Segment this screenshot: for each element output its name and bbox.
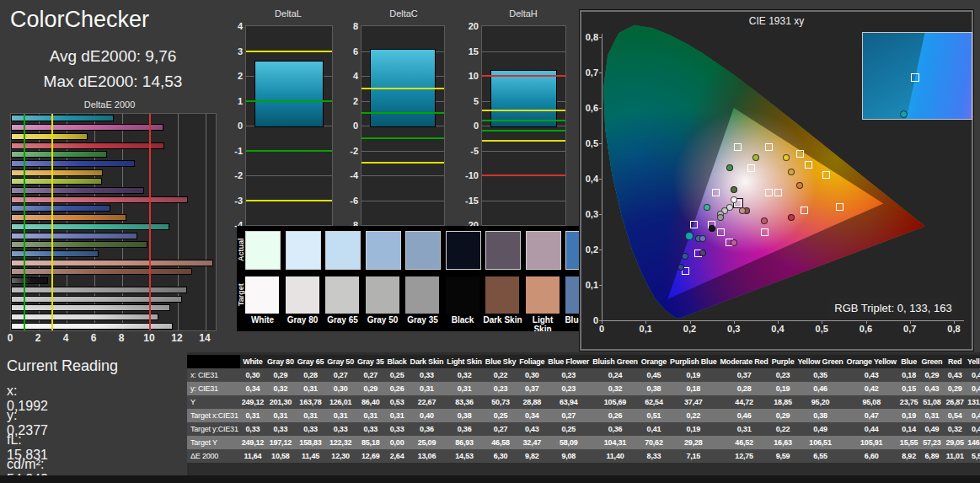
table-cell: 106,51 bbox=[795, 436, 844, 449]
delta-e-bar-chart: DeltaE 2000 02468101214 bbox=[0, 99, 224, 352]
table-cell: 29,28 bbox=[668, 436, 718, 449]
table-row-y-cie31: y: CIE310,340,320,310,300,290,260,310,31… bbox=[187, 382, 980, 395]
table-cell: 0,51 bbox=[640, 409, 668, 422]
table-cell: 0,31 bbox=[296, 382, 326, 395]
delta-gridline bbox=[246, 175, 332, 176]
table-row--e-2000: ΔE 200011,6410,5811,4512,3012,692,6413,0… bbox=[187, 449, 980, 463]
swatch-name: Black bbox=[443, 315, 483, 325]
actual-swatch-gray-50 bbox=[366, 231, 401, 270]
table-cell: 0,29 bbox=[356, 382, 386, 395]
table-cell: 0,22 bbox=[484, 368, 517, 382]
bar-x-tick: 4 bbox=[56, 332, 75, 344]
table-cell: 13,06 bbox=[409, 449, 446, 463]
cie-target-square-orange bbox=[822, 171, 830, 179]
target-swatch-white bbox=[245, 276, 279, 314]
bar-reference-line bbox=[149, 114, 151, 330]
bar-chart-title: DeltaE 2000 bbox=[0, 99, 219, 110]
delta-reference-line bbox=[482, 110, 565, 111]
cie-y-tickmark bbox=[599, 250, 602, 250]
delta-reference-line bbox=[482, 174, 565, 176]
table-cell: 58,09 bbox=[546, 436, 591, 449]
table-cell: 0,33 bbox=[409, 368, 446, 382]
table-cell: 9,82 bbox=[517, 449, 546, 463]
delta-axis-label: -2 bbox=[338, 146, 358, 156]
delta-error-box bbox=[254, 61, 324, 127]
table-cell: 0,19 bbox=[770, 382, 796, 395]
delta-axis-label: 10 bbox=[458, 71, 479, 81]
table-cell: 0,29 bbox=[770, 409, 796, 422]
cie-x-tick-label: 0,4 bbox=[767, 324, 789, 334]
table-cell: 9,59 bbox=[770, 449, 796, 463]
cie-y-tickmark bbox=[599, 285, 602, 286]
actual-swatch-blue-sky bbox=[565, 231, 580, 270]
delta-reference-line bbox=[361, 88, 444, 89]
table-cell: 51,08 bbox=[919, 395, 944, 409]
table-cell: 0,32 bbox=[265, 382, 296, 395]
table-cell: 0,31 bbox=[265, 409, 296, 422]
cie-measured-dot-bluish-green bbox=[704, 204, 710, 211]
bar-x-tick: 6 bbox=[84, 332, 103, 344]
table-cell: 0,18 bbox=[668, 382, 718, 395]
cie-1931-panel: CIE 1931 xy 00,10,20,30,40,50,60,70,800,… bbox=[580, 10, 973, 351]
cie-y-tickmark bbox=[599, 179, 602, 180]
table-cell: 11,45 bbox=[296, 449, 326, 463]
bottom-divider bbox=[0, 475, 980, 483]
delta-h-chart: 20151050-5-10-15-20 bbox=[481, 25, 566, 226]
table-cell: 0,37 bbox=[719, 368, 770, 382]
delta-gridline bbox=[482, 151, 565, 152]
table-cell: 0,29 bbox=[944, 382, 966, 395]
table-cell: 50,73 bbox=[484, 395, 517, 409]
target-swatch-blue-sky bbox=[565, 276, 580, 314]
de2000-bar-moderate-red bbox=[11, 196, 188, 203]
column-header-orange-yellow: Orange Yellow bbox=[845, 355, 898, 368]
cie-target-square-red bbox=[836, 203, 843, 211]
table-cell: 0,31 bbox=[296, 409, 326, 422]
de2000-bar-cyan bbox=[11, 115, 114, 121]
row-label: Target x:CIE31 bbox=[187, 409, 240, 422]
cie-target-square-yellow-green bbox=[765, 143, 773, 151]
table-cell: 5,51 bbox=[966, 449, 980, 463]
de2000-bar-magenta bbox=[11, 124, 163, 131]
cie-target-square-yellow bbox=[796, 150, 804, 158]
delta-reference-line bbox=[482, 130, 565, 131]
table-cell: 105,69 bbox=[591, 395, 640, 409]
table-cell: 0,37 bbox=[517, 382, 546, 395]
current-reading-title: Current Reading bbox=[7, 357, 118, 375]
table-cell: 0,26 bbox=[591, 409, 640, 422]
table-cell: 0,31 bbox=[356, 409, 386, 422]
cie-target-square-moderate-red bbox=[801, 207, 808, 214]
table-cell: 0,33 bbox=[356, 422, 386, 436]
table-cell: 14,53 bbox=[445, 449, 484, 463]
cie-target-square-orange-yellow bbox=[805, 161, 812, 169]
delta-reference-line bbox=[361, 112, 444, 114]
column-header-foliage: Foliage bbox=[517, 355, 546, 368]
table-cell: 22,67 bbox=[409, 395, 446, 409]
table-cell: 0,23 bbox=[770, 368, 796, 382]
table-cell: 0,36 bbox=[409, 422, 446, 436]
table-cell: 85,18 bbox=[356, 436, 386, 449]
table-cell: 0,28 bbox=[719, 382, 770, 395]
delta-axis-label: 4 bbox=[222, 21, 243, 31]
swatch-name: Gray 65 bbox=[323, 315, 362, 325]
table-cell: 0,38 bbox=[640, 382, 668, 395]
delta-reference-line bbox=[246, 200, 332, 201]
table-cell: 63,94 bbox=[546, 395, 591, 409]
delta-axis-label: 0 bbox=[458, 121, 479, 131]
table-cell: 163,78 bbox=[296, 395, 326, 409]
delta-axis-label: -5 bbox=[458, 146, 479, 156]
delta-h-title: DeltaH bbox=[477, 8, 570, 19]
delta-reference-line bbox=[361, 162, 444, 164]
column-header-blue-flower: Blue Flower bbox=[546, 355, 591, 368]
row-label: ΔE 2000 bbox=[187, 449, 240, 463]
cie-target-square-bluish-green bbox=[712, 189, 720, 196]
table-cell: 32,47 bbox=[517, 436, 546, 449]
actual-swatch-gray-80 bbox=[286, 231, 321, 270]
column-header-red: Red bbox=[944, 355, 966, 368]
de2000-bar-purple bbox=[11, 187, 144, 194]
table-cell: 0,29 bbox=[265, 368, 296, 382]
bar-x-tick: 14 bbox=[195, 332, 214, 344]
table-cell: 0,33 bbox=[265, 422, 296, 436]
table-cell: 0,41 bbox=[640, 422, 668, 436]
bar-x-tick: 2 bbox=[29, 332, 47, 344]
de2000-bar-light-skin bbox=[11, 260, 213, 266]
